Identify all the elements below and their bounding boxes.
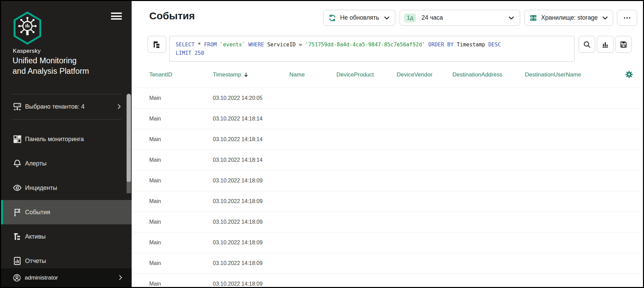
sidebar-scrollbar-track[interactable] [127,182,131,193]
column-header-timestamp[interactable]: Timestamp [213,71,249,78]
sidebar-item-assets[interactable]: Активы [1,224,132,249]
save-icon [619,40,628,49]
dashboard-icon [13,134,22,144]
event-row[interactable]: Main03.10.2022 14:18:14 [132,129,641,150]
user-menu[interactable]: administrator [1,268,132,287]
cell-timestamp: 03.10.2022 14:18:09 [213,281,263,287]
column-header-devicevendor[interactable]: DeviceVendor [397,71,432,78]
event-row[interactable]: Main03.10.2022 14:18:09 [132,191,641,212]
sidebar-item-dashboard[interactable]: Панель мониторинга [1,127,132,151]
cell-tenantid: Main [149,240,161,246]
column-header-label: Timestamp [213,71,241,78]
sidebar-item-incidents[interactable]: Инциденты [1,176,132,200]
event-row[interactable]: Main03.10.2022 14:18:09 [132,212,641,232]
chevron-right-icon [117,274,124,281]
query-builder-button[interactable] [148,36,166,53]
alerts-bell-icon [13,159,22,168]
cell-tenantid: Main [149,281,161,287]
sidebar-item-alerts[interactable]: Алерты [1,151,132,176]
sidebar-item-events[interactable]: События [1,200,132,224]
cell-timestamp: 03.10.2022 14:18:09 [213,198,263,204]
cell-timestamp: 03.10.2022 14:18:14 [213,157,263,163]
cell-tenantid: Main [149,157,161,163]
cell-timestamp: 03.10.2022 14:18:09 [213,219,263,225]
save-query-button[interactable] [615,36,632,53]
gear-icon[interactable] [625,70,634,79]
cell-tenantid: Main [149,116,161,122]
column-header-tenantid[interactable]: TenantID [149,71,172,78]
event-row[interactable]: Main03.10.2022 14:18:14 [132,150,641,171]
query-builder-icon [153,40,161,49]
brand-product-line1: Unified Monitoring [13,56,89,66]
column-header-name[interactable]: Name [289,71,305,78]
time-period-dropdown[interactable]: 1д 24 часа [400,10,520,26]
sql-query-input[interactable]: SELECT * FROM `events` WHERE ServiceID =… [169,36,575,62]
sidebar-item-label: Активы [25,233,46,240]
sidebar-scrollbar-thumb[interactable] [127,94,131,183]
refresh-icon [328,14,336,22]
cell-tenantid: Main [149,260,161,266]
cell-tenantid: Main [149,178,161,184]
column-header-label: TenantID [149,71,172,78]
column-header-label: DeviceVendor [397,71,432,78]
cell-timestamp: 03.10.2022 14:18:09 [213,260,263,266]
more-actions-button[interactable] [617,10,637,26]
storage-icon [529,14,537,22]
brand-product-line2: and Analysis Platform [13,66,89,76]
sql-token: '751759dd-8a4d-4ca5-9847-85c7e56af52d' [305,42,428,48]
user-name: administrator [25,274,58,281]
cell-timestamp: 03.10.2022 14:18:14 [213,136,263,142]
chevron-right-icon [115,103,123,110]
sql-query-line2: LIMIT 250 [176,49,568,58]
storage-dropdown[interactable]: Хранилище: storage [525,10,613,26]
event-row[interactable]: Main03.10.2022 14:18:09 [132,274,641,287]
search-icon [583,40,591,49]
column-header-deviceproduct[interactable]: DeviceProduct [336,71,374,78]
column-header-label: Name [289,71,305,78]
column-header-destinationusername[interactable]: DestinationUserName [525,71,581,78]
menu-toggle-icon[interactable] [111,13,122,20]
sql-token: Timestamp [457,42,488,48]
sql-token: WHERE [248,42,267,48]
storage-value: Хранилище: storage [541,14,598,21]
sidebar-item-label: Алерты [25,160,46,167]
page-title: События [149,10,195,22]
brand-product: Unified Monitoring and Analysis Platform [13,56,89,76]
run-search-button[interactable] [579,36,595,53]
events-flag-icon [13,207,22,217]
sql-token: ServiceID = [267,42,305,48]
statistics-chart-button[interactable] [597,36,614,53]
incidents-eye-icon [13,183,22,193]
app-window: Kaspersky Unified Monitoring and Analysi… [0,0,644,288]
sql-token: * [198,42,204,48]
sql-query-line1: SELECT * FROM `events` WHERE ServiceID =… [176,41,568,49]
tenant-selector[interactable]: Выбрано тенантов: 4 [1,99,132,114]
sql-token: ORDER BY [428,42,457,48]
column-header-destinationaddress[interactable]: DestinationAddress [452,71,502,78]
refresh-interval-dropdown[interactable]: Не обновлять [323,10,395,26]
event-row[interactable]: Main03.10.2022 14:20:05 [132,88,641,109]
cell-tenantid: Main [149,198,161,204]
cell-tenantid: Main [149,95,161,101]
chevron-down-icon [508,14,515,22]
event-row[interactable]: Main03.10.2022 14:18:14 [132,109,641,129]
event-row[interactable]: Main03.10.2022 14:18:09 [132,253,641,274]
sql-token: `events` [220,42,248,48]
more-ellipsis-icon [623,14,631,22]
reports-doc-icon [13,256,22,266]
kuma-logo [13,11,42,45]
event-row[interactable]: Main03.10.2022 14:18:09 [132,232,641,253]
sidebar: Kaspersky Unified Monitoring and Analysi… [1,1,132,287]
column-header-label: DestinationAddress [452,71,502,78]
sidebar-divider [11,119,121,119]
column-header-label: DeviceProduct [336,71,374,78]
chart-icon [601,40,609,49]
cell-tenantid: Main [149,136,161,142]
sidebar-divider [11,94,121,94]
cell-timestamp: 03.10.2022 14:18:14 [213,116,263,122]
event-row[interactable]: Main03.10.2022 14:18:09 [132,171,641,191]
sql-token: DESC [488,42,501,48]
events-table: Main03.10.2022 14:20:05Main03.10.2022 14… [132,88,641,287]
sidebar-item-label: Панель мониторинга [25,136,84,143]
main-content: События Не обновлять 1д 24 часа Хранилищ… [132,1,643,287]
